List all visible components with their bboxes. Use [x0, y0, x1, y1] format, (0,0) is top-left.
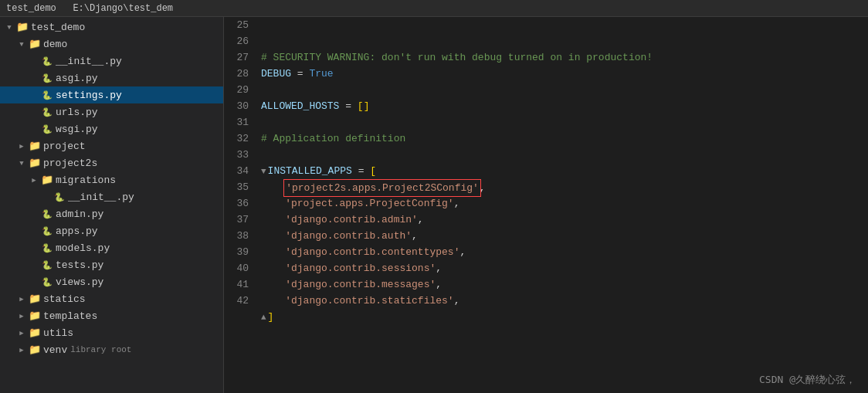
sidebar-item-utils[interactable]: 📁utils: [0, 324, 223, 341]
folder-icon-templates: 📁: [28, 310, 42, 322]
sidebar-item-test_demo[interactable]: 📁test_demo: [0, 19, 223, 36]
file-icon-settings: 🐍: [40, 90, 54, 100]
line-num-33: 33: [224, 147, 249, 163]
line-num-25: 25: [224, 17, 249, 33]
sidebar-item-asgi[interactable]: 🐍asgi.py: [0, 69, 223, 86]
folder-icon-migrations: 📁: [40, 174, 54, 186]
file-icon-models: 🐍: [40, 243, 54, 253]
project-path: test_demo E:\Django\test_dem: [6, 3, 173, 14]
label-asgi: asgi.py: [56, 73, 98, 84]
code-content: # SECURITY WARNING: don't run with debug…: [255, 17, 868, 393]
sidebar-item-models[interactable]: 🐍models.py: [0, 239, 223, 256]
spacer-wsgi: [28, 125, 40, 134]
label-migrations: migrations: [56, 174, 116, 186]
line-num-41: 41: [224, 276, 249, 293]
file-icon-init_p2s: 🐍: [53, 192, 66, 202]
sidebar-item-templates[interactable]: 📁templates: [0, 307, 223, 324]
code-line-32: ▼INSTALLED_APPS = [: [261, 163, 868, 179]
file-icon-views: 🐍: [40, 277, 54, 287]
sidebar-item-venv[interactable]: 📁venvlibrary root: [0, 341, 223, 358]
line-num-34: 34: [224, 163, 249, 179]
arrow-project[interactable]: [15, 142, 28, 151]
code-line-29: [261, 114, 868, 130]
label-tests: tests.py: [56, 259, 103, 271]
spacer-admin: [28, 210, 40, 219]
sidebar-item-init_demo[interactable]: 🐍__init__.py: [0, 53, 223, 69]
label-views: views.py: [56, 276, 103, 288]
spacer-urls: [28, 108, 40, 117]
folder-icon-statics: 📁: [28, 293, 42, 305]
label-venv: venv: [43, 344, 67, 356]
code-line-37: 'django.contrib.contenttypes',: [261, 244, 868, 260]
file-icon-tests: 🐍: [40, 260, 54, 270]
spacer-models: [28, 244, 40, 252]
arrow-statics[interactable]: [15, 295, 28, 303]
line-num-27: 27: [224, 49, 249, 66]
sidebar-item-project2s[interactable]: 📁project2s: [0, 154, 223, 171]
arrow-templates[interactable]: [15, 312, 28, 320]
suffix-venv: library root: [70, 345, 131, 354]
arrow-venv[interactable]: [15, 346, 28, 354]
file-icon-apps: 🐍: [40, 226, 54, 236]
sidebar-item-admin[interactable]: 🐍admin.py: [0, 205, 223, 222]
sidebar-item-urls[interactable]: 🐍urls.py: [0, 103, 223, 120]
code-line-42: [261, 325, 868, 341]
line-num-35: 35: [224, 179, 249, 195]
label-statics: statics: [43, 293, 86, 305]
code-line-28: ALLOWED_HOSTS = []: [261, 98, 868, 114]
code-line-27: [261, 82, 868, 98]
sidebar-item-migrations[interactable]: 📁migrations: [0, 171, 223, 188]
label-models: models.py: [56, 242, 110, 254]
highlighted-string: 'project2s.apps.Project2SConfig': [283, 179, 481, 197]
spacer-init_p2s: [40, 193, 53, 202]
file-icon-init_demo: 🐍: [40, 56, 54, 66]
arrow-demo[interactable]: [15, 40, 28, 49]
sidebar-item-project[interactable]: 📁project: [0, 137, 223, 154]
line-num-38: 38: [224, 228, 249, 244]
line-num-31: 31: [224, 114, 249, 130]
sidebar-item-statics[interactable]: 📁statics: [0, 290, 223, 307]
line-num-28: 28: [224, 66, 249, 82]
arrow-project2s[interactable]: [15, 159, 28, 168]
line-num-29: 29: [224, 82, 249, 98]
sidebar-item-tests[interactable]: 🐍tests.py: [0, 256, 223, 273]
spacer-apps: [28, 227, 40, 235]
line-num-39: 39: [224, 244, 249, 260]
code-line-33: 'project2s.apps.Project2SConfig',: [261, 179, 868, 195]
sidebar-item-apps[interactable]: 🐍apps.py: [0, 222, 223, 239]
label-urls: urls.py: [56, 107, 98, 118]
code-line-26: DEBUG = True: [261, 66, 868, 82]
spacer-tests: [28, 261, 40, 269]
spacer-asgi: [28, 74, 40, 83]
line-num-37: 37: [224, 212, 249, 228]
label-templates: templates: [43, 310, 97, 322]
code-area: 252627282930313233343536373839404142 # S…: [224, 17, 868, 393]
folder-icon-project2s: 📁: [28, 157, 42, 169]
file-icon-wsgi: 🐍: [40, 124, 54, 134]
folder-icon-test_demo: 📁: [15, 21, 29, 33]
file-icon-admin: 🐍: [40, 209, 54, 219]
arrow-utils[interactable]: [15, 329, 28, 337]
label-demo: demo: [43, 39, 67, 50]
code-line-35: 'django.contrib.admin',: [261, 212, 868, 228]
main-area: 📁test_demo📁demo 🐍__init__.py 🐍asgi.py 🐍s…: [0, 17, 868, 393]
label-wsgi: wsgi.py: [56, 124, 98, 135]
spacer-init_demo: [28, 57, 40, 66]
folder-icon-demo: 📁: [28, 38, 42, 50]
label-admin: admin.py: [56, 208, 103, 220]
folder-icon-project: 📁: [28, 140, 42, 152]
code-line-40: 'django.contrib.staticfiles',: [261, 293, 868, 309]
code-line-31: [261, 147, 868, 163]
sidebar-item-wsgi[interactable]: 🐍wsgi.py: [0, 120, 223, 137]
sidebar-item-init_p2s[interactable]: 🐍__init__.py: [0, 188, 223, 205]
code-line-38: 'django.contrib.sessions',: [261, 260, 868, 276]
arrow-migrations[interactable]: [28, 176, 40, 185]
sidebar-item-demo[interactable]: 📁demo: [0, 36, 223, 53]
arrow-test_demo[interactable]: [3, 23, 15, 32]
label-utils: utils: [43, 327, 73, 339]
line-num-30: 30: [224, 98, 249, 114]
line-num-36: 36: [224, 195, 249, 212]
line-numbers: 252627282930313233343536373839404142: [224, 17, 255, 393]
sidebar-item-settings[interactable]: 🐍settings.py: [0, 86, 223, 103]
sidebar-item-views[interactable]: 🐍views.py: [0, 273, 223, 290]
